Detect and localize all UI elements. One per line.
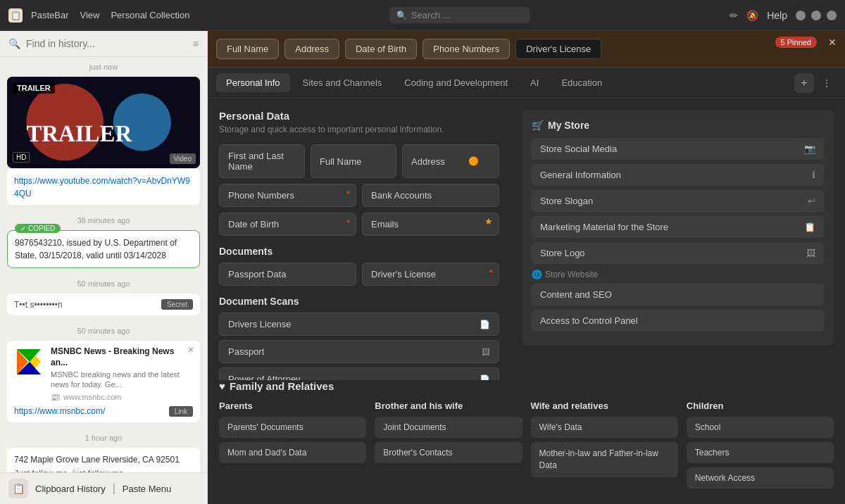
window-controls <box>796 11 837 20</box>
tab-personal-info[interactable]: Personal Info <box>216 73 290 92</box>
field-drivers-license[interactable]: Driver's License <box>362 263 499 286</box>
more-tabs-button[interactable]: ⋮ <box>817 73 837 93</box>
pinned-tab-address[interactable]: Address <box>284 39 339 59</box>
family-item-inlaw-data[interactable]: Mother-in-law and Father-in-law Data <box>531 442 678 477</box>
family-item-network-access[interactable]: Network Access <box>687 467 834 489</box>
scan-passport[interactable]: Passport 🖼 <box>219 340 499 363</box>
pinned-tab-phone[interactable]: Phone Numbers <box>423 39 510 59</box>
address-item[interactable]: 742 Maple Grove Lane Riverside, CA 92501… <box>7 448 200 472</box>
field-full-name[interactable]: Full Name <box>311 144 396 178</box>
title-bar-right: ✏ 🔕 Help <box>730 10 837 21</box>
family-item-brother-contacts[interactable]: Brother's Contacts <box>375 442 522 463</box>
family-grid: Parents Parents' Documents Mom and Dad's… <box>219 401 834 493</box>
msnbc-favicon: 📰 <box>51 393 61 402</box>
msnbc-logo-shape <box>14 346 45 377</box>
trailer-image[interactable]: TRAILER HD Video <box>7 77 200 168</box>
field-row-2: Phone Numbers Bank Accounts <box>219 184 499 207</box>
logo-icon: 🖼 <box>806 248 815 258</box>
app-icon <box>8 8 23 23</box>
store-section: 🛒 My Store Store Social Media 📷 General … <box>522 110 834 346</box>
secret-item[interactable]: T••t s••••••••n Secret <box>7 294 200 315</box>
family-item-wifes-data[interactable]: Wife's Data <box>531 417 678 438</box>
field-address[interactable]: Address 🟠 <box>402 144 499 178</box>
family-item-joint-docs[interactable]: Joint Documents <box>375 417 522 438</box>
pinned-bar: Full Name Address Date of Birth Phone Nu… <box>208 31 845 68</box>
website-globe-icon: 🌐 <box>532 270 542 279</box>
maximize-button[interactable] <box>811 11 821 20</box>
list-item: ✕ <box>7 341 200 422</box>
news-url: 📰 www.msnbc.com <box>51 393 193 402</box>
address-text: 742 Maple Grove Lane Riverside, CA 92501 <box>14 453 193 466</box>
tab-ai[interactable]: AI <box>520 73 549 92</box>
store-item-marketing[interactable]: Marketing Material for the Store 📋 <box>532 216 824 238</box>
field-dob[interactable]: Date of Birth <box>219 213 356 236</box>
store-item-logo[interactable]: Store Logo 🖼 <box>532 242 824 264</box>
paste-menu-button[interactable]: Paste Menu <box>123 484 171 494</box>
global-search[interactable]: 🔍 Search ... <box>389 7 530 23</box>
sidebar-history-list: just now TRAILER HD Video https://www.yo… <box>0 57 207 472</box>
sidebar-search-bar[interactable]: 🔍 ≡ <box>0 31 207 57</box>
field-bank-accounts[interactable]: Bank Accounts <box>362 184 499 207</box>
pinned-close-icon[interactable]: ✕ <box>828 37 837 48</box>
store-item-slogan[interactable]: Store Slogan ↩ <box>532 190 824 212</box>
field-phone-numbers[interactable]: Phone Numbers <box>219 184 356 207</box>
tab-sites-channels[interactable]: Sites and Channels <box>293 73 392 92</box>
family-col-children: Children School Teachers Network Access <box>687 401 834 493</box>
bell-icon[interactable]: 🔕 <box>746 10 758 21</box>
family-section-title: ♥ Family and Relatives <box>219 380 834 392</box>
news-heading: MSNBC News - Breaking News an... <box>51 346 193 368</box>
store-item-social-media[interactable]: Store Social Media 📷 <box>532 138 824 160</box>
tab-education[interactable]: Education <box>551 73 612 92</box>
field-first-last-name[interactable]: First and Last Name <box>219 144 305 178</box>
store-website-label: 🌐 Store Website <box>532 270 824 279</box>
scan-icon-1: 📄 <box>480 320 490 329</box>
pinned-tab-license[interactable]: Driver's License <box>515 39 601 59</box>
store-item-content-seo[interactable]: Content and SEO <box>532 284 824 305</box>
clipboard-history-button[interactable]: Clipboard History <box>35 484 106 494</box>
scan-power-of-attorney[interactable]: Power of Attorney 📄 <box>219 367 499 380</box>
family-item-school[interactable]: School <box>687 417 834 438</box>
menu-view[interactable]: View <box>80 10 99 20</box>
slogan-icon: ↩ <box>808 196 815 206</box>
menu-pastebar[interactable]: PasteBar <box>31 10 68 20</box>
youtube-link[interactable]: https://www.youtube.com/watch?v=AbvDnYW9… <box>14 176 190 199</box>
document-scans-list: Drivers License 📄 Passport 🖼 Power of At… <box>219 313 499 380</box>
family-item-parents-docs[interactable]: Parents' Documents <box>219 417 366 438</box>
pencil-icon[interactable]: ✏ <box>730 10 738 21</box>
clipboard-icon[interactable]: 📋 <box>8 479 28 498</box>
scan-drivers-license[interactable]: Drivers License 📄 <box>219 313 499 336</box>
copied-item[interactable]: ✓ COPIED 9876543210, issued by U.S. Depa… <box>7 230 200 268</box>
news-inner: MSNBC News - Breaking News an... MSNBC b… <box>14 346 193 402</box>
store-item-control-panel[interactable]: Access to Control Panel <box>532 310 824 332</box>
family-col-brother: Brother and his wife Joint Documents Bro… <box>375 401 522 493</box>
main-layout: 🔍 ≡ just now TRAILER HD Video https://ww… <box>0 31 845 504</box>
pinned-tab-dob[interactable]: Date of Birth <box>345 39 417 59</box>
panel-content: Personal Data Storage and quick access t… <box>208 99 845 380</box>
close-button[interactable] <box>827 11 837 20</box>
store-item-general-info[interactable]: General Information ℹ <box>532 164 824 186</box>
menu-collection[interactable]: Personal Collection <box>111 10 189 20</box>
pinned-tab-fullname[interactable]: Full Name <box>216 39 279 59</box>
family-item-teachers[interactable]: Teachers <box>687 442 834 463</box>
pinned-count-badge: 5 Pinned <box>775 37 817 48</box>
sidebar-search-input[interactable] <box>26 38 187 49</box>
family-item-mom-dad[interactable]: Mom and Dad's Data <box>219 442 366 463</box>
trailer-hd-badge: HD <box>13 152 30 163</box>
youtube-link-item[interactable]: https://www.youtube.com/watch?v=AbvDnYW9… <box>7 168 200 205</box>
documents-title: Documents <box>219 246 499 257</box>
news-desc: MSNBC breaking news and the latest news … <box>51 370 193 390</box>
msnbc-link[interactable]: https://www.msnbc.com/ <box>14 406 105 417</box>
store-cart-icon: 🛒 <box>532 120 544 131</box>
add-tab-button[interactable]: + <box>794 73 814 93</box>
minimize-button[interactable] <box>796 11 806 20</box>
field-emails[interactable]: Emails <box>362 213 499 236</box>
filter-icon[interactable]: ≡ <box>193 38 199 49</box>
scan-icon-2: 🖼 <box>482 347 490 357</box>
tab-coding-dev[interactable]: Coding and Development <box>394 73 518 92</box>
help-button[interactable]: Help <box>767 10 787 21</box>
heart-icon: ♥ <box>219 380 225 392</box>
news-item[interactable]: ✕ <box>7 341 200 422</box>
store-section-title: 🛒 My Store <box>532 120 824 131</box>
news-close-icon[interactable]: ✕ <box>187 345 194 355</box>
field-passport-data[interactable]: Passport Data <box>219 263 356 286</box>
